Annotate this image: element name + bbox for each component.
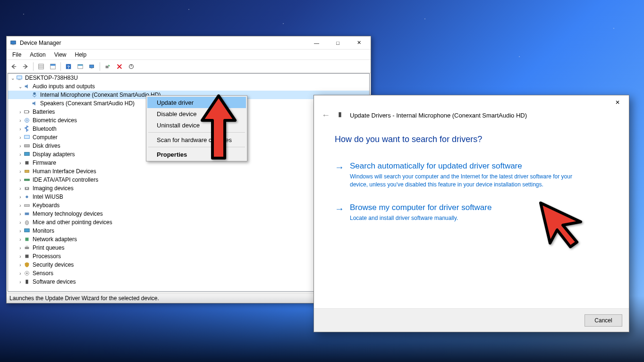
- tree-node-label: Firmware: [33, 160, 56, 166]
- chevron-right-icon[interactable]: ›: [17, 228, 23, 234]
- svg-rect-35: [25, 212, 29, 215]
- svg-rect-37: [25, 229, 30, 232]
- close-button[interactable]: ✕: [348, 36, 370, 50]
- chevron-right-icon[interactable]: ›: [17, 245, 23, 251]
- disk-icon: [23, 142, 31, 150]
- chevron-right-icon[interactable]: ›: [17, 186, 23, 191]
- back-button[interactable]: [8, 61, 19, 72]
- chevron-right-icon[interactable]: ›: [17, 126, 23, 132]
- svg-rect-22: [29, 111, 30, 112]
- chevron-right-icon[interactable]: ›: [17, 211, 23, 217]
- tree-node-label: Imaging devices: [33, 185, 74, 192]
- svg-rect-11: [78, 64, 83, 66]
- tree-node-label: Keyboards: [33, 202, 59, 209]
- tree-node-label: IDE ATA/ATAPI controllers: [33, 177, 98, 183]
- cancel-button[interactable]: Cancel: [585, 314, 622, 327]
- network-icon: [23, 236, 31, 243]
- usb-icon: [23, 193, 31, 201]
- update-driver-button[interactable]: [102, 61, 113, 72]
- chevron-right-icon[interactable]: ›: [17, 143, 23, 149]
- svg-rect-44: [25, 280, 28, 284]
- svg-point-36: [25, 221, 29, 225]
- monitor-icon: [23, 227, 31, 235]
- help-button[interactable]: ?: [63, 61, 74, 72]
- chevron-down-icon[interactable]: ⌄: [17, 84, 23, 89]
- uninstall-button[interactable]: [114, 61, 125, 72]
- svg-rect-0: [11, 41, 16, 44]
- annotation-arrow-up: [197, 92, 240, 164]
- enable-button[interactable]: [126, 61, 136, 72]
- menu-file[interactable]: File: [8, 51, 25, 59]
- chevron-right-icon[interactable]: ›: [17, 135, 23, 140]
- chevron-right-icon[interactable]: ›: [17, 271, 23, 276]
- svg-rect-29: [25, 170, 29, 172]
- dialog-title: Update Drivers - Internal Microphone (Co…: [350, 112, 527, 119]
- svg-rect-40: [25, 246, 28, 247]
- chevron-right-icon[interactable]: ›: [17, 160, 23, 166]
- tree-root[interactable]: ⌄ DESKTOP-738H83U: [8, 74, 369, 82]
- svg-rect-38: [25, 238, 29, 241]
- maximize-button[interactable]: □: [327, 36, 348, 50]
- annotation-arrow-cursor: [534, 196, 588, 252]
- chevron-right-icon[interactable]: ›: [17, 109, 23, 115]
- properties-button[interactable]: [48, 61, 58, 72]
- show-hide-tree-button[interactable]: [36, 61, 46, 72]
- svg-rect-17: [17, 76, 22, 79]
- toolbar: ?: [7, 60, 371, 73]
- menu-action[interactable]: Action: [26, 51, 49, 59]
- chevron-right-icon[interactable]: ›: [17, 194, 23, 200]
- chevron-right-icon[interactable]: ›: [17, 220, 23, 225]
- svg-rect-25: [25, 135, 30, 139]
- chevron-right-icon[interactable]: ›: [17, 177, 23, 183]
- action-button[interactable]: [75, 61, 85, 72]
- software-icon: [23, 278, 31, 286]
- chevron-right-icon[interactable]: ›: [17, 152, 23, 157]
- arrow-right-icon: →: [335, 204, 344, 222]
- scan-button[interactable]: [87, 61, 97, 72]
- tree-node-audio[interactable]: ⌄ Audio inputs and outputs: [8, 82, 369, 91]
- chevron-right-icon[interactable]: ›: [17, 262, 23, 268]
- sensor-icon: [23, 269, 31, 277]
- close-button[interactable]: ✕: [607, 95, 628, 109]
- app-icon: [9, 39, 17, 47]
- tree-node-label: Security devices: [33, 261, 74, 268]
- keyboard-icon: [23, 202, 31, 209]
- menu-view[interactable]: View: [51, 51, 70, 59]
- chevron-right-icon[interactable]: ›: [17, 237, 23, 242]
- back-button[interactable]: ←: [322, 110, 330, 120]
- svg-point-23: [25, 118, 29, 123]
- tree-node-label: Human Interface Devices: [33, 168, 96, 175]
- chevron-right-icon[interactable]: ›: [17, 254, 23, 259]
- chevron-right-icon[interactable]: ›: [17, 279, 23, 285]
- option-description: Windows will search your computer and th…: [350, 173, 576, 189]
- dialog-title-bar[interactable]: ✕: [314, 95, 629, 109]
- tree-node-label: Disk drives: [33, 143, 60, 149]
- option-title: Search automatically for updated driver …: [350, 161, 576, 171]
- tree-node-label: Software devices: [33, 278, 76, 285]
- chevron-right-icon[interactable]: ›: [17, 203, 23, 208]
- printer-icon: [23, 244, 31, 252]
- tree-node-label: Network adapters: [33, 236, 77, 243]
- computer-icon: [23, 134, 31, 141]
- chevron-right-icon[interactable]: ›: [17, 169, 23, 174]
- forward-button[interactable]: [20, 61, 31, 72]
- option-title: Browse my computer for driver software: [350, 203, 491, 212]
- chevron-right-icon[interactable]: ›: [17, 118, 23, 123]
- svg-rect-27: [25, 152, 30, 156]
- svg-point-33: [25, 195, 28, 198]
- title-bar[interactable]: Device Manager — □ ✕: [7, 36, 371, 50]
- tree-node-label: Speakers (Conexant SmartAudio HD): [40, 100, 135, 107]
- memory-icon: [23, 210, 31, 218]
- svg-point-32: [26, 187, 28, 189]
- option-search-automatically[interactable]: → Search automatically for updated drive…: [335, 159, 608, 200]
- svg-rect-13: [91, 68, 93, 68]
- minimize-button[interactable]: —: [306, 36, 327, 50]
- bluetooth-icon: [23, 125, 31, 133]
- hid-icon: [23, 168, 31, 175]
- chevron-down-icon[interactable]: ⌄: [10, 76, 16, 81]
- menu-help[interactable]: Help: [71, 51, 91, 59]
- battery-icon: [23, 108, 31, 116]
- controller-icon: [23, 176, 31, 184]
- shield-icon: [23, 261, 31, 269]
- fingerprint-icon: [23, 117, 31, 124]
